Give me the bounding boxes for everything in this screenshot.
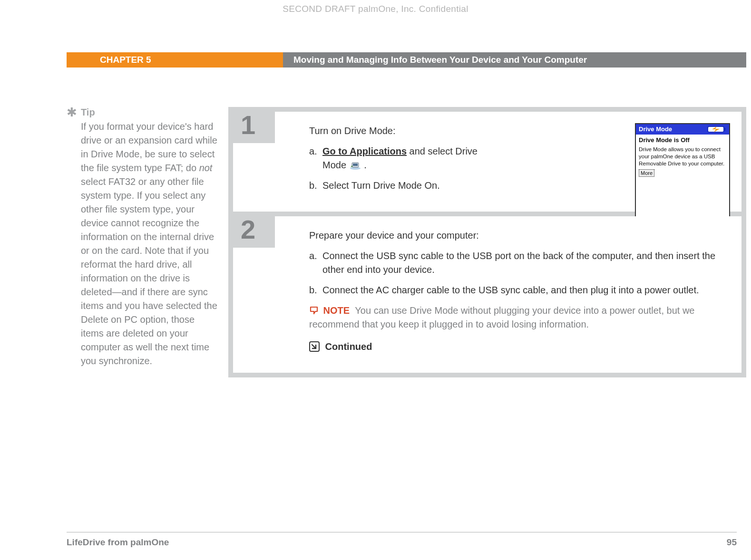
page-number: 95: [727, 537, 737, 548]
more-button[interactable]: More: [639, 169, 654, 177]
marker-a: a.: [309, 249, 317, 263]
step-2-a-text: Connect the USB sync cable to the USB po…: [322, 251, 715, 275]
note-row: NOTE You can use Drive Mode without plug…: [309, 304, 727, 331]
battery-icon: [707, 126, 727, 133]
chapter-title: Moving and Managing Info Between Your De…: [283, 52, 746, 68]
continued-arrow-icon: [309, 341, 320, 352]
device-title-text: Drive Mode: [639, 126, 672, 133]
continued-label: Continued: [325, 341, 372, 352]
continued-row: Continued: [309, 340, 727, 354]
step-1: 1 Turn on Drive Mode: a. Go to Applicati…: [233, 112, 741, 212]
svg-rect-4: [724, 128, 726, 131]
go-to-applications-link[interactable]: Go to Applications: [322, 146, 407, 156]
header-row: CHAPTER 5 Moving and Managing Info Betwe…: [0, 52, 751, 68]
step-1-a-end: .: [361, 160, 367, 170]
step-1-intro: Turn on Drive Mode:: [309, 124, 499, 138]
step-number-badge: 2: [228, 216, 275, 248]
device-description: Drive Mode allows you to connect your pa…: [639, 146, 726, 167]
note-icon: [309, 305, 319, 313]
marker-b: b.: [309, 179, 317, 193]
step-1-a: a. Go to Applications and select Drive M…: [309, 145, 499, 172]
star-icon: ✱: [67, 105, 77, 120]
step-2-b-text: Connect the AC charger cable to the USB …: [322, 285, 699, 295]
step-number: 1: [241, 110, 255, 140]
page-footer: LifeDrive from palmOne 95: [67, 532, 737, 548]
step-1-text: Turn on Drive Mode: a. Go to Application…: [309, 124, 499, 193]
step-2-b: b. Connect the AC charger cable to the U…: [309, 283, 727, 297]
step-2-text: Prepare your device and your computer: a…: [309, 229, 727, 354]
drive-mode-icon: [349, 160, 361, 170]
step-2-intro: Prepare your device and your computer:: [309, 229, 727, 242]
tip-text-pre: If you format your device's hard drive o…: [81, 121, 217, 173]
tip-sidebar: ✱ Tip If you format your device's hard d…: [81, 107, 228, 377]
note-text: You can use Drive Mode without plugging …: [309, 305, 694, 329]
note-label: NOTE: [323, 305, 350, 316]
marker-a: a.: [309, 145, 317, 158]
step-1-b: b. Select Turn Drive Mode On.: [309, 179, 499, 193]
marker-b: b.: [309, 283, 317, 297]
chapter-label: CHAPTER 5: [67, 52, 283, 68]
device-subtitle: Drive Mode is Off: [639, 136, 726, 145]
svg-rect-2: [353, 164, 358, 166]
step-1-b-text: Select Turn Drive Mode On.: [322, 180, 440, 191]
tip-label: Tip: [81, 107, 219, 118]
tip-text-em: not: [199, 163, 213, 173]
product-name: LifeDrive from palmOne: [67, 537, 169, 548]
step-number-badge: 1: [228, 112, 275, 143]
device-titlebar: Drive Mode: [636, 124, 729, 135]
tip-text-post: select FAT32 or any other file system ty…: [81, 176, 217, 366]
step-number: 2: [241, 214, 255, 244]
tip-body: If you format your device's hard drive o…: [81, 120, 219, 368]
step-2: 2 Prepare your device and your computer:…: [233, 216, 741, 373]
confidential-watermark: SECOND DRAFT palmOne, Inc. Confidential: [283, 4, 468, 14]
content-area: ✱ Tip If you format your device's hard d…: [81, 107, 746, 377]
steps-panel: 1 Turn on Drive Mode: a. Go to Applicati…: [228, 107, 746, 377]
step-2-a: a. Connect the USB sync cable to the USB…: [309, 249, 727, 277]
